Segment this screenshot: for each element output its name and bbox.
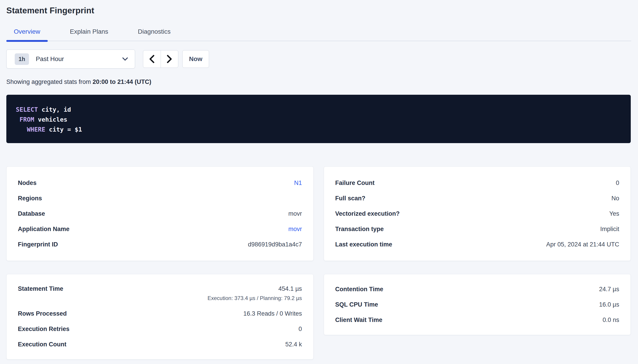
stat-row-rows-processed: Rows Processed 16.3 Reads / 0 Writes — [18, 306, 302, 321]
sql-line: FROM vehicles — [16, 115, 622, 124]
next-range-button[interactable] — [161, 50, 178, 68]
sql-line: WHERE city = $1 — [16, 124, 622, 134]
row-label: SQL CPU Time — [335, 301, 378, 308]
detail-row-vectorized: Vectorized execution? Yes — [335, 206, 619, 221]
statement-stats-card: Statement Time 454.1 µs Execution: 373.4… — [6, 274, 314, 360]
statement-fingerprint-page: Statement Fingerprint Overview Explain P… — [0, 0, 638, 360]
tab-overview[interactable]: Overview — [6, 28, 48, 41]
row-value: Implicit — [600, 226, 619, 233]
statement-time-values: 454.1 µs Execution: 373.4 µs / Planning:… — [208, 285, 302, 301]
row-label: Regions — [18, 195, 42, 202]
row-value: 24.7 µs — [599, 286, 619, 293]
time-range-label: Past Hour — [36, 56, 64, 63]
row-value: d986919d9ba1a4c7 — [248, 241, 302, 248]
statement-details-card: Nodes N1 Regions Database movr Applicati… — [6, 166, 314, 261]
time-controls: 1h Past Hour Now — [6, 50, 631, 68]
row-value: movr — [288, 210, 302, 217]
page-title: Statement Fingerprint — [6, 6, 631, 15]
aggregation-note-prefix: Showing aggregated stats from — [6, 78, 93, 85]
row-label: Vectorized execution? — [335, 210, 400, 217]
row-label: Transaction type — [335, 226, 384, 233]
sql-keyword: WHERE — [27, 126, 45, 133]
stat-row-statement-time: Statement Time 454.1 µs Execution: 373.4… — [18, 282, 302, 306]
stats-cards-row: Statement Time 454.1 µs Execution: 373.4… — [6, 274, 631, 360]
row-value: 0 — [616, 180, 619, 186]
row-value: 0 — [298, 326, 302, 332]
details-cards-row: Nodes N1 Regions Database movr Applicati… — [6, 166, 631, 261]
row-label: Failure Count — [335, 180, 375, 186]
aggregation-note-range: 20:00 to 21:44 (UTC) — [93, 78, 151, 85]
detail-row-fingerprint-id: Fingerprint ID d986919d9ba1a4c7 — [18, 237, 302, 252]
row-value: Apr 05, 2024 at 21:44 UTC — [546, 241, 619, 248]
stat-row-execution-count: Execution Count 52.4 k — [18, 337, 302, 352]
detail-row-failure-count: Failure Count 0 — [335, 175, 619, 190]
detail-row-transaction-type: Transaction type Implicit — [335, 221, 619, 237]
stat-row-sql-cpu-time: SQL CPU Time 16.0 µs — [335, 297, 619, 312]
stat-row-execution-retries: Execution Retries 0 — [18, 321, 302, 337]
sql-keyword: FROM — [20, 116, 34, 123]
row-label: Execution Retries — [18, 326, 70, 332]
sql-line: SELECT city, id — [16, 105, 622, 115]
chevron-down-icon — [122, 57, 128, 61]
statement-time-total: 454.1 µs — [208, 285, 302, 292]
wait-time-stats-card: Contention Time 24.7 µs SQL CPU Time 16.… — [324, 274, 631, 335]
row-label: Client Wait Time — [335, 316, 383, 324]
detail-row-nodes: Nodes N1 — [18, 175, 302, 190]
row-label: Application Name — [18, 226, 70, 233]
stat-row-client-wait-time: Client Wait Time 0.0 ns — [335, 312, 619, 328]
detail-row-last-execution: Last execution time Apr 05, 2024 at 21:4… — [335, 237, 619, 252]
tab-bar: Overview Explain Plans Diagnostics — [6, 28, 631, 41]
tab-explain-plans[interactable]: Explain Plans — [63, 28, 116, 41]
time-range-nav — [143, 50, 178, 68]
chevron-left-icon — [149, 55, 155, 63]
row-label: Contention Time — [335, 286, 383, 293]
now-button[interactable]: Now — [182, 50, 209, 68]
row-value: 0.0 ns — [602, 316, 619, 324]
detail-row-full-scan: Full scan? No — [335, 190, 619, 206]
execution-attributes-card: Failure Count 0 Full scan? No Vectorized… — [324, 166, 631, 261]
stat-row-contention-time: Contention Time 24.7 µs — [335, 282, 619, 297]
row-value: No — [611, 195, 619, 202]
sql-keyword: SELECT — [16, 106, 38, 113]
tab-diagnostics[interactable]: Diagnostics — [130, 28, 178, 41]
row-label: Statement Time — [18, 285, 63, 292]
previous-range-button[interactable] — [143, 50, 161, 68]
row-value: 16.3 Reads / 0 Writes — [243, 310, 302, 317]
nodes-link[interactable]: N1 — [294, 180, 302, 186]
row-value: 52.4 k — [285, 341, 302, 348]
row-label: Nodes — [18, 180, 37, 186]
row-label: Rows Processed — [18, 310, 67, 317]
row-value: Yes — [609, 210, 619, 217]
time-range-dropdown[interactable]: 1h Past Hour — [6, 50, 135, 68]
row-label: Execution Count — [18, 341, 67, 348]
row-label: Database — [18, 210, 45, 217]
application-name-link[interactable]: movr — [288, 226, 302, 233]
sql-statement-box: SELECT city, id FROM vehicles WHERE city… — [6, 95, 631, 143]
row-label: Fingerprint ID — [18, 241, 58, 248]
aggregation-note: Showing aggregated stats from 20:00 to 2… — [6, 78, 631, 86]
statement-time-breakdown: Execution: 373.4 µs / Planning: 79.2 µs — [208, 295, 302, 301]
row-label: Full scan? — [335, 195, 366, 202]
row-value: 16.0 µs — [599, 301, 619, 308]
detail-row-database: Database movr — [18, 206, 302, 221]
chevron-right-icon — [167, 55, 172, 63]
detail-row-application-name: Application Name movr — [18, 221, 302, 237]
detail-row-regions: Regions — [18, 190, 302, 206]
row-label: Last execution time — [335, 241, 392, 248]
time-interval-badge: 1h — [15, 53, 29, 65]
